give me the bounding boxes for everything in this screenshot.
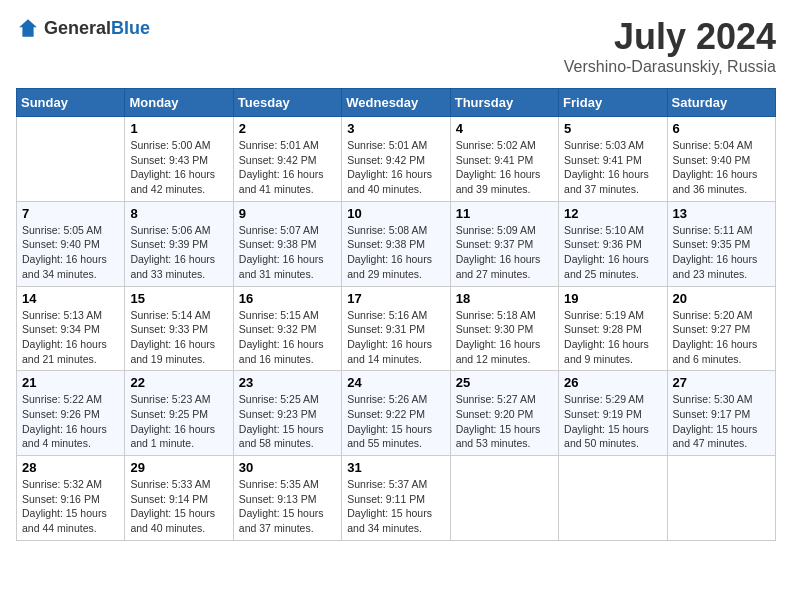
day-info: Sunrise: 5:26 AM Sunset: 9:22 PM Dayligh…	[347, 392, 444, 451]
calendar-cell: 11Sunrise: 5:09 AM Sunset: 9:37 PM Dayli…	[450, 201, 558, 286]
day-info: Sunrise: 5:06 AM Sunset: 9:39 PM Dayligh…	[130, 223, 227, 282]
day-info: Sunrise: 5:01 AM Sunset: 9:42 PM Dayligh…	[239, 138, 336, 197]
calendar-cell: 15Sunrise: 5:14 AM Sunset: 9:33 PM Dayli…	[125, 286, 233, 371]
day-number: 14	[22, 291, 119, 306]
weekday-header: Sunday	[17, 89, 125, 117]
calendar-cell: 31Sunrise: 5:37 AM Sunset: 9:11 PM Dayli…	[342, 456, 450, 541]
day-info: Sunrise: 5:35 AM Sunset: 9:13 PM Dayligh…	[239, 477, 336, 536]
weekday-header: Thursday	[450, 89, 558, 117]
day-info: Sunrise: 5:09 AM Sunset: 9:37 PM Dayligh…	[456, 223, 553, 282]
day-info: Sunrise: 5:05 AM Sunset: 9:40 PM Dayligh…	[22, 223, 119, 282]
day-info: Sunrise: 5:07 AM Sunset: 9:38 PM Dayligh…	[239, 223, 336, 282]
day-info: Sunrise: 5:23 AM Sunset: 9:25 PM Dayligh…	[130, 392, 227, 451]
logo-blue: Blue	[111, 18, 150, 38]
day-number: 28	[22, 460, 119, 475]
day-number: 26	[564, 375, 661, 390]
location: Vershino-Darasunskiy, Russia	[564, 58, 776, 76]
calendar-cell	[17, 117, 125, 202]
day-number: 17	[347, 291, 444, 306]
day-info: Sunrise: 5:08 AM Sunset: 9:38 PM Dayligh…	[347, 223, 444, 282]
calendar-cell	[667, 456, 775, 541]
day-info: Sunrise: 5:16 AM Sunset: 9:31 PM Dayligh…	[347, 308, 444, 367]
calendar-cell: 29Sunrise: 5:33 AM Sunset: 9:14 PM Dayli…	[125, 456, 233, 541]
day-number: 30	[239, 460, 336, 475]
calendar-cell: 9Sunrise: 5:07 AM Sunset: 9:38 PM Daylig…	[233, 201, 341, 286]
weekday-header: Monday	[125, 89, 233, 117]
logo-icon	[16, 16, 40, 40]
logo-general: General	[44, 18, 111, 38]
calendar-cell: 17Sunrise: 5:16 AM Sunset: 9:31 PM Dayli…	[342, 286, 450, 371]
calendar-cell: 21Sunrise: 5:22 AM Sunset: 9:26 PM Dayli…	[17, 371, 125, 456]
calendar-cell: 10Sunrise: 5:08 AM Sunset: 9:38 PM Dayli…	[342, 201, 450, 286]
day-number: 18	[456, 291, 553, 306]
calendar-cell: 4Sunrise: 5:02 AM Sunset: 9:41 PM Daylig…	[450, 117, 558, 202]
calendar-cell: 1Sunrise: 5:00 AM Sunset: 9:43 PM Daylig…	[125, 117, 233, 202]
day-info: Sunrise: 5:20 AM Sunset: 9:27 PM Dayligh…	[673, 308, 770, 367]
weekday-header: Wednesday	[342, 89, 450, 117]
calendar-cell: 25Sunrise: 5:27 AM Sunset: 9:20 PM Dayli…	[450, 371, 558, 456]
weekday-header-row: SundayMondayTuesdayWednesdayThursdayFrid…	[17, 89, 776, 117]
day-info: Sunrise: 5:11 AM Sunset: 9:35 PM Dayligh…	[673, 223, 770, 282]
day-info: Sunrise: 5:02 AM Sunset: 9:41 PM Dayligh…	[456, 138, 553, 197]
day-info: Sunrise: 5:10 AM Sunset: 9:36 PM Dayligh…	[564, 223, 661, 282]
day-number: 21	[22, 375, 119, 390]
day-info: Sunrise: 5:33 AM Sunset: 9:14 PM Dayligh…	[130, 477, 227, 536]
month-year: July 2024	[564, 16, 776, 58]
day-number: 3	[347, 121, 444, 136]
calendar-cell: 23Sunrise: 5:25 AM Sunset: 9:23 PM Dayli…	[233, 371, 341, 456]
day-number: 16	[239, 291, 336, 306]
calendar-week-row: 21Sunrise: 5:22 AM Sunset: 9:26 PM Dayli…	[17, 371, 776, 456]
day-info: Sunrise: 5:22 AM Sunset: 9:26 PM Dayligh…	[22, 392, 119, 451]
calendar-cell	[559, 456, 667, 541]
day-number: 13	[673, 206, 770, 221]
day-info: Sunrise: 5:04 AM Sunset: 9:40 PM Dayligh…	[673, 138, 770, 197]
calendar-cell: 20Sunrise: 5:20 AM Sunset: 9:27 PM Dayli…	[667, 286, 775, 371]
svg-marker-0	[19, 19, 37, 37]
calendar-cell: 28Sunrise: 5:32 AM Sunset: 9:16 PM Dayli…	[17, 456, 125, 541]
day-number: 31	[347, 460, 444, 475]
day-number: 27	[673, 375, 770, 390]
day-info: Sunrise: 5:00 AM Sunset: 9:43 PM Dayligh…	[130, 138, 227, 197]
calendar-table: SundayMondayTuesdayWednesdayThursdayFrid…	[16, 88, 776, 541]
day-number: 4	[456, 121, 553, 136]
day-info: Sunrise: 5:14 AM Sunset: 9:33 PM Dayligh…	[130, 308, 227, 367]
day-info: Sunrise: 5:29 AM Sunset: 9:19 PM Dayligh…	[564, 392, 661, 451]
day-info: Sunrise: 5:37 AM Sunset: 9:11 PM Dayligh…	[347, 477, 444, 536]
day-info: Sunrise: 5:01 AM Sunset: 9:42 PM Dayligh…	[347, 138, 444, 197]
calendar-cell	[450, 456, 558, 541]
calendar-cell: 7Sunrise: 5:05 AM Sunset: 9:40 PM Daylig…	[17, 201, 125, 286]
calendar-cell: 27Sunrise: 5:30 AM Sunset: 9:17 PM Dayli…	[667, 371, 775, 456]
day-info: Sunrise: 5:30 AM Sunset: 9:17 PM Dayligh…	[673, 392, 770, 451]
calendar-week-row: 1Sunrise: 5:00 AM Sunset: 9:43 PM Daylig…	[17, 117, 776, 202]
day-number: 12	[564, 206, 661, 221]
day-number: 2	[239, 121, 336, 136]
day-number: 9	[239, 206, 336, 221]
calendar-cell: 19Sunrise: 5:19 AM Sunset: 9:28 PM Dayli…	[559, 286, 667, 371]
day-info: Sunrise: 5:19 AM Sunset: 9:28 PM Dayligh…	[564, 308, 661, 367]
calendar-cell: 30Sunrise: 5:35 AM Sunset: 9:13 PM Dayli…	[233, 456, 341, 541]
page-header: GeneralBlue July 2024 Vershino-Darasunsk…	[16, 16, 776, 76]
day-number: 10	[347, 206, 444, 221]
day-number: 29	[130, 460, 227, 475]
calendar-cell: 22Sunrise: 5:23 AM Sunset: 9:25 PM Dayli…	[125, 371, 233, 456]
day-number: 24	[347, 375, 444, 390]
day-info: Sunrise: 5:13 AM Sunset: 9:34 PM Dayligh…	[22, 308, 119, 367]
calendar-cell: 24Sunrise: 5:26 AM Sunset: 9:22 PM Dayli…	[342, 371, 450, 456]
calendar-cell: 5Sunrise: 5:03 AM Sunset: 9:41 PM Daylig…	[559, 117, 667, 202]
day-number: 5	[564, 121, 661, 136]
calendar-cell: 13Sunrise: 5:11 AM Sunset: 9:35 PM Dayli…	[667, 201, 775, 286]
day-number: 15	[130, 291, 227, 306]
calendar-cell: 26Sunrise: 5:29 AM Sunset: 9:19 PM Dayli…	[559, 371, 667, 456]
weekday-header: Saturday	[667, 89, 775, 117]
day-number: 8	[130, 206, 227, 221]
calendar-cell: 3Sunrise: 5:01 AM Sunset: 9:42 PM Daylig…	[342, 117, 450, 202]
day-info: Sunrise: 5:03 AM Sunset: 9:41 PM Dayligh…	[564, 138, 661, 197]
calendar-cell: 2Sunrise: 5:01 AM Sunset: 9:42 PM Daylig…	[233, 117, 341, 202]
day-number: 1	[130, 121, 227, 136]
day-number: 22	[130, 375, 227, 390]
day-info: Sunrise: 5:15 AM Sunset: 9:32 PM Dayligh…	[239, 308, 336, 367]
logo: GeneralBlue	[16, 16, 150, 40]
weekday-header: Friday	[559, 89, 667, 117]
calendar-week-row: 14Sunrise: 5:13 AM Sunset: 9:34 PM Dayli…	[17, 286, 776, 371]
day-number: 25	[456, 375, 553, 390]
